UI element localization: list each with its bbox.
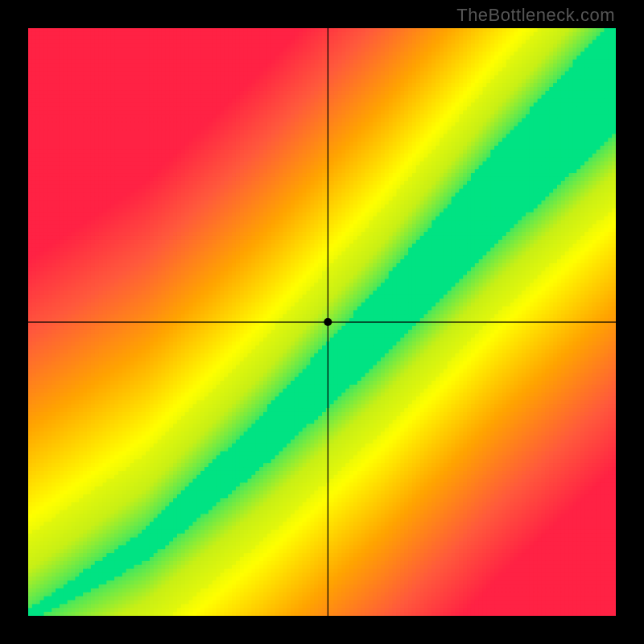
heatmap-canvas <box>28 28 616 616</box>
chart-container: TheBottleneck.com <box>0 0 644 644</box>
watermark-text: TheBottleneck.com <box>456 5 615 26</box>
heatmap-plot <box>28 28 616 616</box>
